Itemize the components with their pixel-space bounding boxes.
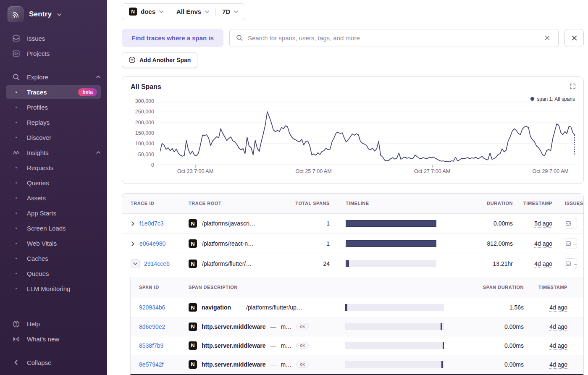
span-id-link[interactable]: 920934b6	[139, 304, 165, 311]
span-search-input[interactable]	[248, 34, 538, 42]
trace-root-text: /platforms/react-n…	[202, 240, 254, 247]
sidebar-collapse-button[interactable]: Collapse	[0, 355, 107, 370]
timeline-bar	[346, 220, 436, 227]
sidebar-item-llm-monitoring[interactable]: LLM Monitoring	[0, 281, 107, 296]
all-spans-line-chart	[160, 101, 575, 165]
sidebar-item-app-starts[interactable]: App Starts	[0, 205, 107, 220]
issues-button[interactable]: –	[565, 258, 577, 269]
trace-id-link[interactable]: e064e980	[139, 240, 165, 247]
span-op: http.server.middleware	[202, 342, 266, 349]
timestamp-value[interactable]: 4d ago	[549, 323, 567, 331]
clear-search-icon[interactable]	[543, 33, 552, 42]
add-another-span-label: Add Another Span	[139, 57, 191, 63]
total-spans-value: 1	[289, 220, 330, 227]
timestamp-value[interactable]: 5d ago	[534, 220, 552, 228]
nextjs-logo-icon: N	[189, 303, 197, 312]
y-axis-label: 250,000	[135, 109, 154, 115]
collapse-chevron-down-icon[interactable]	[131, 259, 140, 268]
span-status-badge: ok	[296, 323, 309, 330]
project-selector[interactable]: N docs	[129, 8, 163, 16]
x-axis-tick	[551, 165, 551, 168]
timeline-bar	[443, 342, 444, 349]
separator: —	[270, 323, 276, 330]
main-content: N docs All Envs 7D Find traces where a s…	[107, 0, 588, 375]
timeline-bar	[346, 260, 349, 267]
expand-chevron-right-icon[interactable]	[131, 220, 135, 227]
timeline-track	[345, 342, 444, 349]
sidebar-item-traces[interactable]: Traces beta	[6, 85, 101, 99]
x-axis-label: Oct 25 7:00 AM	[295, 168, 331, 174]
sidebar-item-issues[interactable]: Issues	[0, 31, 107, 46]
span-row: 8538f7b9 N http.server.middleware — m… o…	[131, 336, 583, 355]
nextjs-logo-icon: N	[129, 8, 137, 16]
sidebar-item-discover[interactable]: Discover	[0, 130, 107, 145]
timestamp-value[interactable]: 4d ago	[549, 342, 567, 350]
y-axis-label: 300,000	[135, 98, 154, 104]
sidebar-item-caches[interactable]: Caches	[0, 251, 107, 266]
expand-chevron-right-icon[interactable]	[131, 241, 135, 247]
search-icon	[12, 73, 20, 81]
y-axis-label: 150,000	[135, 130, 154, 136]
span-status-badge: ok	[296, 361, 309, 368]
plus-circle-icon	[129, 56, 136, 63]
trace-id-link[interactable]: 2914cceb	[144, 260, 170, 267]
span-id-link[interactable]: 8e57942f	[139, 361, 163, 368]
sidebar-item-queues[interactable]: Queues	[0, 266, 107, 281]
chevron-down-icon	[57, 13, 61, 16]
chart-title: All Spans	[131, 83, 161, 91]
environment-selector[interactable]: All Envs	[176, 8, 209, 15]
environment-selector-label: All Envs	[176, 8, 201, 15]
sidebar-item-screen-loads[interactable]: Screen Loads	[0, 220, 107, 236]
span-op: http.server.middleware	[202, 323, 266, 330]
issues-button[interactable]: –	[565, 218, 577, 229]
separator: —	[236, 304, 242, 311]
sidebar-item-profiles[interactable]: Profiles	[0, 100, 107, 115]
divider	[215, 8, 216, 16]
timestamp-value[interactable]: 4d ago	[534, 260, 552, 268]
issues-button[interactable]: –	[565, 238, 577, 249]
chevron-down-icon	[234, 10, 238, 13]
span-description-text: m…	[281, 342, 292, 349]
span-description-text: m…	[281, 323, 292, 330]
issues-count: –	[574, 241, 577, 247]
y-axis-label: 50,000	[138, 152, 154, 157]
sidebar-item-label: Help	[27, 320, 40, 328]
span-id-link[interactable]: 8538f7b9	[139, 342, 163, 349]
span-duration-value: 0.00ms	[445, 323, 524, 330]
column-header-issues: ISSUES	[552, 201, 583, 206]
project-selector-label: docs	[141, 8, 155, 15]
span-query-row: Find traces where a span is	[122, 29, 584, 47]
add-another-span-button[interactable]: Add Another Span	[122, 52, 197, 68]
timestamp-value[interactable]: 4d ago	[549, 304, 567, 312]
column-header-timestamp: TIMESTAMP	[524, 285, 567, 290]
timestamp-value[interactable]: 4d ago	[534, 240, 552, 248]
span-row: 920934b6 N navigation — /platforms/flutt…	[131, 298, 583, 317]
bullet-icon	[12, 288, 20, 289]
fullscreen-icon[interactable]	[570, 83, 576, 89]
sidebar-section-insights[interactable]: Insights	[0, 145, 107, 160]
sidebar-item-label: Assets	[27, 194, 46, 202]
sidebar-spacer	[0, 61, 107, 69]
sidebar-section-explore[interactable]: Explore	[0, 69, 107, 84]
span-id-link[interactable]: 8d6e90e2	[139, 323, 165, 330]
date-range-selector[interactable]: 7D	[222, 8, 238, 15]
sidebar-item-projects[interactable]: Projects	[0, 46, 107, 61]
sidebar-item-web-vitals[interactable]: Web Vitals	[0, 236, 107, 251]
timeline-track	[346, 260, 436, 267]
trace-id-link[interactable]: f1e0d7c3	[139, 220, 164, 227]
date-range-label: 7D	[222, 8, 230, 15]
remove-span-filter-button[interactable]	[564, 29, 584, 47]
timestamp-value[interactable]: 4d ago	[549, 361, 567, 369]
sidebar-item-label: Queries	[27, 179, 49, 186]
sidebar-item-requests[interactable]: Requests	[0, 160, 107, 175]
projects-icon	[12, 49, 20, 58]
chevron-up-icon	[96, 76, 100, 78]
sidebar-item-queries[interactable]: Queries	[0, 175, 107, 190]
duration-value: 812.00ms	[441, 240, 513, 247]
sidebar-item-help[interactable]: Help	[0, 316, 107, 331]
org-switcher[interactable]: Sentry	[0, 0, 107, 31]
sidebar-item-assets[interactable]: Assets	[0, 190, 107, 205]
trace-row-expanded: 2914cceb N /platforms/flutter/… 24 13.21…	[122, 254, 583, 274]
sidebar-item-whats-new[interactable]: What's new	[0, 331, 107, 346]
sidebar-item-replays[interactable]: Replays	[0, 115, 107, 130]
